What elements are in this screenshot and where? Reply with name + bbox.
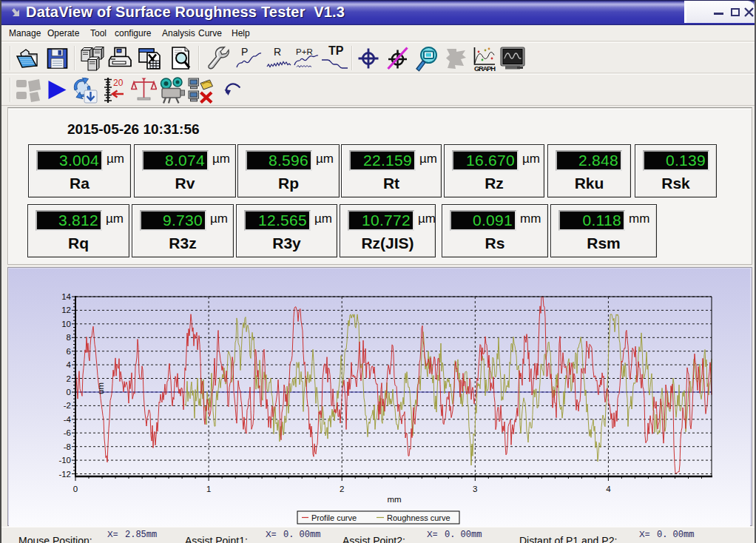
svg-text:14: 14	[61, 292, 71, 301]
svg-text:20: 20	[113, 78, 124, 88]
svg-text:-6: -6	[64, 428, 71, 437]
svg-text:GRAPH: GRAPH	[474, 64, 496, 71]
svg-text:mm: mm	[387, 495, 401, 504]
svg-text:P+R: P+R	[296, 47, 313, 56]
svg-text:-8: -8	[64, 442, 71, 451]
svg-text:4: 4	[606, 485, 611, 493]
svg-text:TP: TP	[328, 44, 344, 57]
svg-text:4: 4	[67, 360, 72, 369]
svg-text:6: 6	[67, 347, 71, 356]
svg-text:10: 10	[61, 320, 71, 328]
svg-text:-4: -4	[64, 415, 72, 424]
svg-text:8: 8	[67, 333, 71, 342]
svg-text:2: 2	[340, 485, 344, 493]
svg-text:-10: -10	[58, 456, 71, 465]
svg-text:1: 1	[206, 485, 211, 493]
svg-text:12: 12	[61, 306, 71, 314]
svg-text:Profile curve: Profile curve	[311, 513, 357, 522]
svg-text:3: 3	[473, 485, 477, 493]
svg-text:0: 0	[67, 388, 71, 397]
svg-text:R: R	[274, 46, 281, 58]
svg-text:P: P	[241, 46, 248, 58]
svg-text:-12: -12	[58, 470, 71, 479]
svg-text:-2: -2	[64, 401, 71, 410]
svg-text:Roughness curve: Roughness curve	[387, 513, 450, 522]
svg-text:2: 2	[67, 374, 71, 383]
svg-text:0: 0	[73, 485, 78, 493]
svg-text:um: um	[96, 382, 105, 394]
